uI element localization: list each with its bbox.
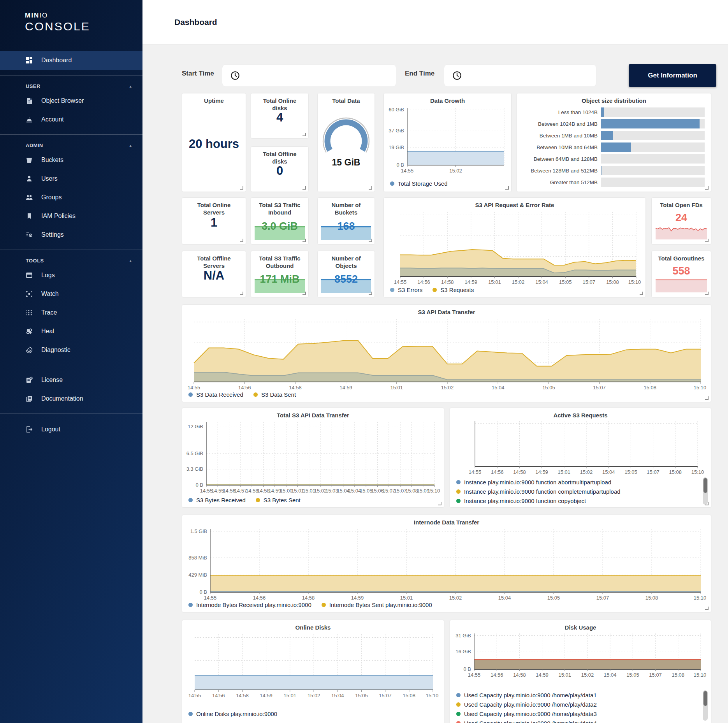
collapse-arrow-icon[interactable]: ▲ — [129, 84, 132, 88]
svg-text:14:56: 14:56 — [253, 595, 266, 601]
sidebar-item-diagnostic[interactable]: Diagnostic — [0, 341, 142, 359]
resize-grip[interactable] — [240, 292, 243, 295]
total-online-servers-card: Total Online Servers 1 — [182, 198, 246, 244]
sidebar-item-documentation[interactable]: Documentation — [0, 389, 142, 408]
s3-api-data-transfer-card: S3 API Data Transfer 14:5514:5614:5814:5… — [182, 305, 711, 402]
resize-grip[interactable] — [302, 292, 306, 295]
object-size-row: Between 64MB and 128MB — [525, 154, 705, 164]
svg-text:16 GiB: 16 GiB — [455, 649, 471, 654]
object-size-label: Between 10MB and 64MB — [525, 144, 601, 150]
resize-grip[interactable] — [369, 239, 372, 242]
svg-text:15:04: 15:04 — [331, 693, 344, 698]
svg-text:15:02: 15:02 — [581, 672, 594, 678]
svg-text:15:04: 15:04 — [348, 488, 361, 494]
object-size-label: Greater than 512MB — [525, 179, 601, 185]
chart-title: Online Disks — [182, 624, 444, 631]
sidebar-item-settings[interactable]: Settings — [0, 225, 142, 244]
legend-scrollbar[interactable] — [703, 477, 708, 505]
resize-grip[interactable] — [505, 186, 509, 190]
legend-dot — [456, 712, 461, 716]
legend-item: S3 Bytes Received — [188, 497, 246, 503]
sidebar-item-heal[interactable]: Heal — [0, 322, 142, 341]
svg-text:15:02: 15:02 — [314, 488, 327, 494]
dashboard-icon — [25, 56, 33, 65]
start-time-input[interactable] — [222, 64, 396, 87]
resize-grip[interactable] — [705, 239, 709, 242]
resize-grip[interactable] — [302, 239, 306, 242]
sidebar-item-label: Object Browser — [41, 97, 84, 104]
svg-text:14:56: 14:56 — [491, 469, 504, 475]
sidebar-item-buckets[interactable]: Buckets — [0, 151, 142, 169]
resize-grip[interactable] — [369, 186, 372, 190]
sidebar-item-watch[interactable]: Watch — [0, 285, 142, 303]
legend-dot — [322, 603, 326, 607]
svg-text:15:05: 15:05 — [626, 672, 639, 678]
sidebar-item-label: Groups — [41, 194, 62, 201]
offline-servers-value: N/A — [182, 269, 246, 283]
settings-icon — [25, 230, 33, 239]
sidebar-item-logout[interactable]: Logout — [0, 420, 142, 439]
svg-text:15:08: 15:08 — [403, 693, 416, 698]
start-time-label: Start Time — [182, 70, 214, 77]
get-information-button[interactable]: Get Information — [629, 64, 716, 87]
sidebar-item-users[interactable]: Users — [0, 169, 142, 188]
s3-traffic-outbound-card: Total S3 Traffic Outbound 171 MiB — [251, 251, 308, 297]
end-time-input[interactable] — [444, 64, 596, 87]
resize-grip[interactable] — [302, 133, 306, 136]
svg-text:14:58: 14:58 — [236, 693, 249, 698]
legend-dot — [188, 392, 193, 397]
card-title: Number of Objects — [318, 255, 375, 269]
svg-text:19 GiB: 19 GiB — [389, 144, 404, 150]
total-offline-servers-card: Total Offline Servers N/A — [182, 251, 246, 297]
resize-grip[interactable] — [705, 292, 709, 295]
sidebar-item-iam-policies[interactable]: IAM Policies — [0, 207, 142, 225]
resize-grip[interactable] — [705, 186, 709, 190]
legend-scrollbar[interactable] — [703, 690, 708, 721]
svg-text:15:10: 15:10 — [694, 672, 707, 678]
sidebar-item-license[interactable]: License — [0, 371, 142, 389]
legend-dot — [256, 498, 260, 502]
chart-legend: S3 Data Received S3 Data Sent — [188, 391, 296, 398]
chart-legend: Online Disks play.minio.io:9000 — [188, 711, 277, 717]
card-title: Total Offline disks — [251, 150, 308, 165]
sidebar-item-logs[interactable]: Logs — [0, 266, 142, 285]
object-size-bar — [601, 119, 700, 128]
sidebar-item-label: License — [41, 376, 63, 383]
resize-grip[interactable] — [705, 607, 709, 610]
sidebar-item-object-browser[interactable]: Object Browser — [0, 91, 142, 110]
resize-grip[interactable] — [705, 502, 709, 505]
card-title: Total Online disks — [251, 97, 308, 112]
object-size-label: Between 1024B and 1MB — [525, 121, 601, 127]
collapse-arrow-icon[interactable]: ▲ — [129, 259, 132, 263]
sidebar-item-dashboard[interactable]: Dashboard — [0, 51, 142, 70]
sidebar-item-trace[interactable]: Trace — [0, 303, 142, 322]
svg-text:14:55: 14:55 — [211, 488, 224, 494]
resize-grip[interactable] — [369, 292, 372, 295]
buckets-value: 168 — [318, 220, 375, 232]
end-time-label: End Time — [405, 70, 434, 77]
collapse-arrow-icon[interactable]: ▲ — [129, 144, 132, 148]
resize-grip[interactable] — [438, 502, 441, 505]
resize-grip[interactable] — [705, 396, 709, 400]
resize-grip[interactable] — [240, 239, 243, 242]
legend-dot — [456, 499, 461, 503]
object-size-label: Less than 1024B — [525, 109, 601, 115]
chart-title: S3 API Request & Error Rate — [384, 201, 645, 209]
svg-text:15:08: 15:08 — [644, 385, 657, 391]
svg-text:15:05: 15:05 — [360, 488, 373, 494]
chart-legend: S3 Errors S3 Requests — [390, 287, 474, 293]
total-s3-api-data-transfer-chart: 12 GiB6.5 GiB3.3 GiB0 B14:5514:5514:5614… — [184, 419, 442, 495]
disk-usage-chart: 31 GiB16 GiB0 B14:5514:5614:5814:5915:01… — [452, 630, 709, 679]
sidebar-item-groups[interactable]: Groups — [0, 188, 142, 207]
active-s3-requests-chart: 14:5514:5614:5814:5915:0115:0215:0415:05… — [453, 418, 708, 477]
license-icon — [25, 376, 33, 384]
object-size-bar — [601, 131, 613, 140]
total-online-disks-card: Total Online disks 4 — [251, 93, 308, 138]
scrollbar-thumb[interactable] — [703, 691, 707, 706]
resize-grip[interactable] — [640, 292, 643, 295]
scrollbar-thumb[interactable] — [703, 478, 707, 493]
resize-grip[interactable] — [240, 186, 243, 190]
sidebar-item-account[interactable]: Account — [0, 110, 142, 129]
uptime-card: Uptime 20 hours — [182, 93, 246, 192]
resize-grip[interactable] — [302, 186, 306, 190]
